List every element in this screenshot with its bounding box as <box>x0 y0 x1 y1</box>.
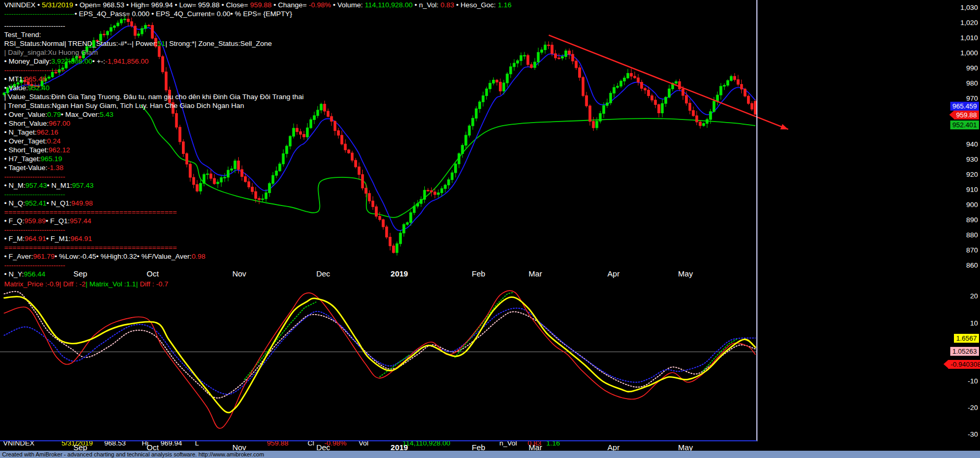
axis-tick-label: 880 <box>966 231 978 239</box>
h7-taget-line: • H7_Taget:965.19 <box>4 155 62 163</box>
taget-value-line: • Taget-Value:-1.38 <box>4 164 64 172</box>
separator: -------------------------- <box>4 190 65 198</box>
short-value-line: • Short_Value:967.00 <box>4 119 70 127</box>
axis-tick-label: 920 <box>966 171 978 178</box>
matrix-line: Matrix_Price :-0.9| Diff : -2| Matrix_Vo… <box>4 280 168 288</box>
clipped-title-fragment: 114,110,928.00 <box>402 441 450 447</box>
clipped-title-fragment: 1.16 <box>546 441 560 447</box>
daily-signal-line: | Daily_singal:Xu Huong Giam <box>4 49 98 56</box>
f-m-line: • F_M:964.91• F_M1:964.91 <box>4 235 92 243</box>
separator: -------------------------- <box>4 226 65 234</box>
separator: -------------------------- <box>4 66 65 74</box>
last-value-tag: -0.940308 <box>948 360 980 369</box>
pane-frame-lines <box>0 0 757 441</box>
separator: -------------------------- <box>4 22 65 30</box>
last-value-tag: 965.459 <box>950 102 979 111</box>
clipped-title-fragment: Cl <box>308 441 314 447</box>
mt1-line: • MT1:965.46 <box>4 75 46 83</box>
status-bar: Created with AmiBroker - advanced charti… <box>0 451 980 458</box>
month-label: Dec <box>316 269 330 278</box>
axis-tick-label: 970 <box>966 94 978 102</box>
n-q-line: • N_Q:952.41• N_Q1:949.98 <box>4 199 93 207</box>
n-taget-line: • N_Taget:962.16 <box>4 128 58 136</box>
moving-average-lines <box>4 26 755 231</box>
axis-tick-label: 870 <box>966 246 978 254</box>
money-daily-line: • Money_Daily:3,927,808.00• +-:-1,941,85… <box>4 57 149 65</box>
title-line: VNINDEX • 5/31/2019 • Open= 968.53 • Hig… <box>4 1 511 9</box>
axis-tick-label: 10 <box>970 319 978 327</box>
month-label: Sep <box>74 269 88 278</box>
clipped-title-fragment: 968.53 <box>104 441 126 447</box>
separator: -------------------------- <box>4 261 65 269</box>
clipped-title-fragment: n_Vol <box>499 441 517 447</box>
f-q-line: • F_Q:959.89• F_Q1:957.44 <box>4 217 91 225</box>
last-value-tag: 959.88 <box>954 111 979 119</box>
candlestick-series <box>3 15 756 256</box>
over-taget-line: • Over_Taget:0.24 <box>4 137 60 145</box>
separator: -------------------------- <box>4 173 65 180</box>
axis-tick-label: 980 <box>966 79 978 87</box>
separator: ========================================… <box>4 208 177 216</box>
clipped-title-fragment: Vol <box>359 441 369 447</box>
axis-tick-label: 910 <box>966 186 978 194</box>
value-status-line: | Value_Status:Đinh Gia Tang Truong. Đâu… <box>4 93 304 101</box>
axis-tick-label: 860 <box>966 261 978 269</box>
trend-status-line: | Trend_Status:Ngan Han Suy Giam, Tich L… <box>4 102 244 110</box>
separator: ========================================… <box>4 244 177 251</box>
f-aver-line: • F_Aver:961.79• %Low:-0.45• %High:0.32•… <box>4 252 205 260</box>
month-label: Nov <box>232 269 247 278</box>
rsi-status-line: RSI_Status:Normal| TREND_Status:-#*--| P… <box>4 40 272 47</box>
n-m-line: • N_M:957.43• N_M1:957.43 <box>4 182 94 189</box>
test-trend-label: Test_Trend: <box>4 31 41 39</box>
axis-tick-label: 900 <box>966 201 978 209</box>
axis-tick-label: 1,010 <box>960 34 978 42</box>
status-bar-text: Created with AmiBroker - advanced charti… <box>2 451 264 457</box>
axis-tick-label: 20 <box>970 292 978 300</box>
axis-tick-label: 1,020 <box>960 19 978 27</box>
over-value-line: • Over_Value:0.79• Max_Over:5.43 <box>4 111 114 118</box>
short-taget-line: • Short_Taget:962.12 <box>4 146 70 154</box>
value-line: • Value:952.40 <box>4 84 50 92</box>
oscillator-series <box>0 291 757 428</box>
eps-line: ------------------------------• EPS_4Q_P… <box>4 10 292 18</box>
downtrend-arrow-line <box>549 35 788 129</box>
tag-arrow-icon <box>944 360 948 368</box>
axis-tick-label: 930 <box>966 155 978 163</box>
tag-arrow-icon <box>949 111 954 119</box>
chart-canvas[interactable] <box>0 0 980 458</box>
month-label: Mar <box>529 269 542 278</box>
axis-tick-label: 1,000 <box>960 49 978 57</box>
clipped-title-fragment: L <box>195 441 199 447</box>
axis-tick-label: -20 <box>967 404 978 412</box>
last-value-tag: 1.05263 <box>950 347 979 356</box>
axis-tick-label: 1,030 <box>960 4 978 11</box>
axis-tick-label: -30 <box>967 430 978 438</box>
last-value-tag: 1.6567 <box>954 334 979 343</box>
axis-tick-label: 890 <box>966 216 978 224</box>
month-label: Oct <box>146 269 158 278</box>
clipped-title-fragment: 969.94 <box>161 441 182 447</box>
n-y-line: • N_Y:956.44 <box>4 270 45 278</box>
month-label: May <box>678 269 693 278</box>
last-value-tag: 952.401 <box>950 120 979 129</box>
month-label: Feb <box>472 269 485 278</box>
clipped-title-fragment: 959.88 <box>267 441 288 447</box>
month-label: Apr <box>607 269 619 278</box>
axis-tick-label: -10 <box>967 377 978 385</box>
axis-tick-label: 940 <box>966 140 978 148</box>
month-label: 2019 <box>390 269 408 278</box>
axis-tick-label: 990 <box>966 64 978 72</box>
clipped-title-fragment: VNINDEX <box>3 441 34 447</box>
